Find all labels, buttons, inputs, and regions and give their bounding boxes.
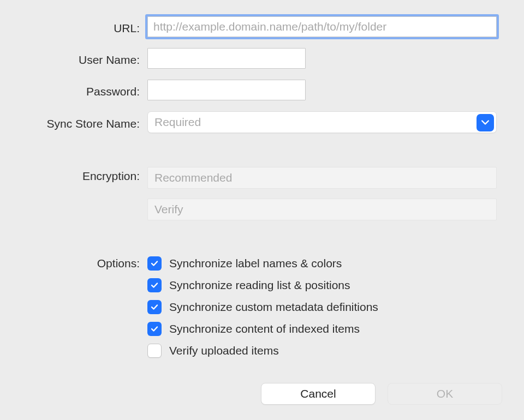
syncstore-label: Sync Store Name: <box>22 115 147 130</box>
encryption-placeholder: Recommended <box>154 171 232 184</box>
sync-labels-label: Synchronize label names & colors <box>169 257 342 270</box>
sync-reading-label: Synchronize reading list & positions <box>169 279 350 292</box>
password-label: Password: <box>22 82 147 98</box>
username-input[interactable] <box>147 48 306 69</box>
chevron-down-icon[interactable] <box>477 114 494 131</box>
verify-uploaded-label: Verify uploaded items <box>169 344 279 357</box>
options-label: Options: <box>22 254 147 270</box>
sync-settings-form: URL: User Name: Password: Sync Store Nam… <box>22 16 502 358</box>
sync-indexed-label: Synchronize content of indexed items <box>169 322 360 335</box>
cancel-button[interactable]: Cancel <box>261 383 376 405</box>
encryption-label: Encryption: <box>22 167 147 183</box>
password-input[interactable] <box>147 80 306 100</box>
sync-labels-checkbox[interactable] <box>147 256 162 271</box>
verify-uploaded-checkbox[interactable] <box>147 344 162 358</box>
username-label: User Name: <box>22 51 147 67</box>
ok-button[interactable]: OK <box>388 383 502 405</box>
syncstore-combobox[interactable]: Required <box>147 111 497 133</box>
sync-metadata-label: Synchronize custom metadata definitions <box>169 301 378 314</box>
sync-indexed-checkbox[interactable] <box>147 322 162 336</box>
dialog-buttons: Cancel OK <box>261 383 502 405</box>
verify-placeholder: Verify <box>154 203 183 216</box>
syncstore-placeholder: Required <box>154 116 201 129</box>
url-label: URL: <box>22 19 147 35</box>
encryption-input[interactable]: Recommended <box>147 167 497 189</box>
sync-reading-checkbox[interactable] <box>147 278 162 292</box>
encryption-verify-input[interactable]: Verify <box>147 199 497 220</box>
url-input[interactable] <box>147 16 497 37</box>
sync-metadata-checkbox[interactable] <box>147 300 162 314</box>
